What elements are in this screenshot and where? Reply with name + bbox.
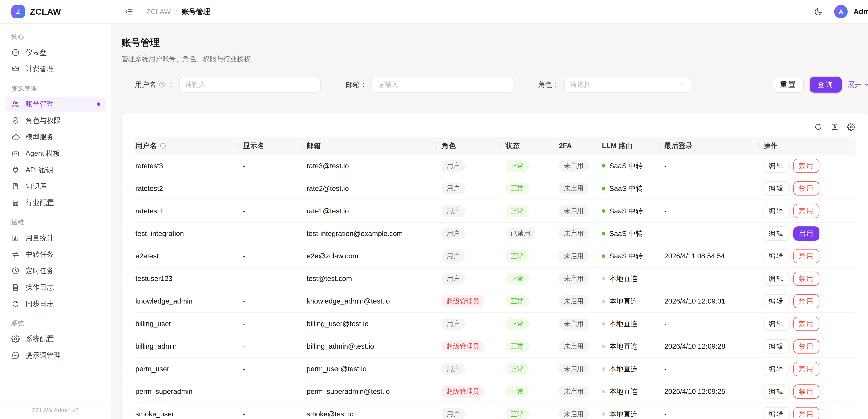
- role-badge: 用户: [441, 182, 465, 194]
- sidebar-section-label: 系统: [0, 312, 111, 330]
- sidebar-item-settings[interactable]: 系统配置: [4, 331, 106, 347]
- refresh-icon[interactable]: [814, 123, 823, 131]
- sidebar-item-dashboard[interactable]: 仪表盘: [4, 45, 106, 60]
- username-cell: ratetest1: [135, 207, 243, 215]
- 2fa-badge: 未启用: [559, 250, 589, 262]
- disable-button[interactable]: 禁用: [793, 317, 819, 331]
- role-badge: 用户: [441, 318, 465, 330]
- disable-button[interactable]: 禁用: [793, 384, 819, 399]
- dark-mode-toggle[interactable]: [814, 7, 823, 16]
- avatar[interactable]: A: [834, 5, 848, 19]
- llm-route-label: 本地直连: [609, 364, 638, 374]
- app-logo[interactable]: Z ZCLAW: [0, 0, 111, 24]
- table-row: ratetest3 - rate3@test.io 用户 正常 未启用 SaaS…: [135, 155, 856, 177]
- email-cell: test@test.com: [307, 274, 441, 283]
- row-height-icon[interactable]: [831, 123, 839, 131]
- column-header[interactable]: 显示名: [243, 137, 307, 155]
- enable-button[interactable]: 启用: [793, 227, 819, 241]
- help-icon[interactable]: [158, 81, 165, 88]
- email-input[interactable]: [372, 77, 513, 92]
- breadcrumb-root[interactable]: ZCLAW: [146, 8, 170, 16]
- edit-button[interactable]: 编辑: [764, 272, 789, 286]
- column-settings-icon[interactable]: [847, 123, 856, 131]
- column-header[interactable]: 状态: [505, 137, 559, 155]
- status-badge: 正常: [505, 363, 529, 375]
- expand-link[interactable]: 展开: [847, 80, 868, 89]
- edit-button[interactable]: 编辑: [764, 339, 789, 354]
- last-login-cell: 2026/4/11 08:54:54: [664, 252, 764, 260]
- edit-button[interactable]: 编辑: [764, 294, 789, 308]
- display-name-cell: -: [243, 252, 307, 260]
- sidebar-item-roles[interactable]: 角色与权限: [4, 113, 106, 128]
- column-header[interactable]: LLM 路由: [602, 137, 664, 155]
- column-header[interactable]: 角色: [441, 137, 505, 155]
- llm-route-label: 本地直连: [609, 387, 638, 396]
- disable-button[interactable]: 禁用: [793, 339, 819, 354]
- sidebar-item-usage[interactable]: 用量统计: [4, 230, 106, 245]
- reset-button[interactable]: 重置: [773, 77, 804, 92]
- column-header[interactable]: 邮箱: [307, 137, 441, 155]
- sidebar-item-op-logs[interactable]: 操作日志: [4, 279, 106, 295]
- sidebar-item-industry[interactable]: 行业配置: [4, 195, 106, 210]
- sidebar-item-label: 账号管理: [26, 99, 91, 109]
- sidebar-item-billing[interactable]: 计费管理: [4, 61, 106, 77]
- email-cell: perm_user@test.io: [307, 365, 441, 373]
- sidebar-item-knowledge[interactable]: 知识库: [4, 179, 106, 194]
- edit-button[interactable]: 编辑: [764, 227, 789, 241]
- role-select[interactable]: 请选择: [564, 77, 692, 92]
- sidebar-item-accounts[interactable]: 账号管理: [4, 96, 106, 112]
- last-login-cell: -: [664, 365, 764, 373]
- edit-button[interactable]: 编辑: [764, 362, 789, 376]
- llm-route-label: SaaS 中转: [609, 206, 643, 216]
- sidebar-item-cron[interactable]: 定时任务: [4, 263, 106, 278]
- edit-button[interactable]: 编辑: [764, 249, 789, 263]
- llm-route-label: SaaS 中转: [609, 251, 643, 261]
- edit-button[interactable]: 编辑: [764, 181, 789, 196]
- username-cell: test_integration: [135, 230, 243, 238]
- sidebar-item-models[interactable]: 模型服务: [4, 129, 106, 145]
- info-icon[interactable]: [159, 142, 166, 149]
- disable-button[interactable]: 禁用: [793, 362, 819, 376]
- sidebar-collapse-icon[interactable]: [125, 7, 134, 16]
- disable-button[interactable]: 禁用: [793, 204, 819, 218]
- sidebar-item-sync-logs[interactable]: 同步日志: [4, 296, 106, 311]
- edit-button[interactable]: 编辑: [764, 317, 789, 331]
- 2fa-badge: 未启用: [559, 386, 589, 397]
- disable-button[interactable]: 禁用: [793, 159, 819, 173]
- sidebar-item-agent-templates[interactable]: Agent 模板: [4, 146, 106, 161]
- gear-icon: [11, 335, 20, 343]
- disable-button[interactable]: 禁用: [793, 294, 819, 308]
- username-input[interactable]: [179, 77, 321, 92]
- filter-email: 邮箱：: [346, 77, 513, 92]
- llm-route-label: 本地直连: [609, 409, 638, 419]
- role-badge: 超级管理员: [441, 295, 484, 307]
- sidebar-item-api-keys[interactable]: API 密钥: [4, 162, 106, 177]
- edit-button[interactable]: 编辑: [764, 204, 789, 218]
- status-badge: 正常: [505, 340, 529, 353]
- search-button[interactable]: 查询: [810, 77, 842, 92]
- disable-button[interactable]: 禁用: [793, 407, 819, 419]
- user-name[interactable]: Admin: [854, 7, 868, 16]
- disable-button[interactable]: 禁用: [793, 272, 819, 286]
- edit-button[interactable]: 编辑: [764, 407, 789, 419]
- disable-button[interactable]: 禁用: [793, 181, 819, 196]
- disable-button[interactable]: 禁用: [793, 249, 819, 263]
- edit-button[interactable]: 编辑: [764, 159, 789, 173]
- column-header[interactable]: 2FA: [559, 137, 602, 155]
- column-header[interactable]: 最后登录: [664, 137, 764, 155]
- topbar: ZCLAW / 账号管理 A Admin: [111, 0, 868, 24]
- email-cell: rate2@test.io: [307, 184, 441, 192]
- sidebar-item-label: 计费管理: [26, 64, 100, 73]
- username-cell: smoke_user: [135, 410, 243, 418]
- sidebar-item-prompts[interactable]: 提示词管理: [4, 348, 106, 363]
- route-status-dot: [602, 277, 606, 280]
- llm-route-label: SaaS 中转: [609, 161, 643, 171]
- status-badge: 正常: [505, 182, 529, 194]
- column-header[interactable]: 用户名: [135, 137, 243, 155]
- plug-icon: [11, 166, 20, 174]
- edit-button[interactable]: 编辑: [764, 384, 789, 399]
- sidebar-item-relay-tasks[interactable]: 中转任务: [4, 247, 106, 262]
- breadcrumb-current: 账号管理: [182, 7, 210, 17]
- column-header[interactable]: 操作: [764, 137, 856, 155]
- sidebar-item-label: 知识库: [26, 181, 100, 191]
